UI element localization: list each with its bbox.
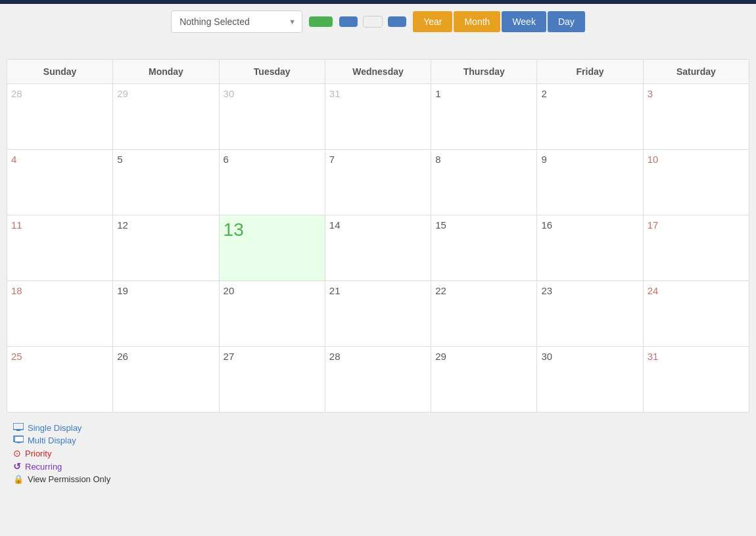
calendar-day-cell[interactable]: 30: [537, 347, 643, 413]
calendar-week-row: 25262728293031: [7, 347, 749, 413]
calendar-day-cell[interactable]: 30: [219, 84, 325, 150]
weekday-day-number: 8: [435, 154, 440, 165]
calendar-day-cell[interactable]: 4: [7, 150, 113, 215]
legend-item-multi: Multi Display: [13, 436, 743, 445]
out-of-month-number: 30: [224, 88, 235, 99]
multi-legend-label: Multi Display: [28, 436, 76, 445]
weekend-day-number: 10: [648, 154, 659, 165]
weekend-day-number: 3: [648, 88, 653, 99]
calendar-select[interactable]: Nothing Selected: [171, 11, 302, 33]
weekday-header: Friday: [537, 60, 643, 84]
view-day-button[interactable]: Day: [548, 11, 585, 32]
out-of-month-number: 28: [11, 88, 22, 99]
weekend-day-number: 17: [648, 219, 659, 231]
weekday-day-number: 19: [117, 285, 128, 296]
nav-buttons: [339, 16, 406, 28]
view-month-button[interactable]: Month: [454, 11, 500, 32]
single-legend-icon: [13, 423, 24, 433]
calendar-day-cell[interactable]: 19: [113, 281, 219, 347]
svg-rect-1: [16, 430, 20, 431]
recurring-legend-label: Recurring: [25, 462, 62, 472]
calendar-day-cell[interactable]: 6: [219, 150, 325, 215]
calendar-day-cell[interactable]: 25: [7, 347, 113, 413]
calendar-table: SundayMondayTuesdayWednesdayThursdayFrid…: [7, 59, 749, 413]
calendar-day-cell[interactable]: 1: [431, 84, 537, 150]
today-button[interactable]: [363, 16, 383, 28]
calendar-day-cell[interactable]: 7: [325, 150, 431, 215]
calendar-day-cell[interactable]: 21: [325, 281, 431, 347]
calendar-day-cell[interactable]: 16: [537, 215, 643, 281]
weekday-day-number: 5: [117, 154, 122, 165]
weekday-day-number: 23: [541, 285, 552, 296]
legend: Single DisplayMulti Display⊙Priority↺Rec…: [0, 413, 756, 495]
svg-rect-4: [14, 436, 24, 442]
weekend-day-number: 18: [11, 285, 22, 296]
priority-legend-icon: ⊙: [13, 448, 21, 458]
calendar-week-row: 11121314151617: [7, 215, 749, 281]
calendar-day-cell[interactable]: 24: [643, 281, 749, 347]
calendar-day-cell[interactable]: 12: [113, 215, 219, 281]
calendar-day-cell[interactable]: 28: [325, 347, 431, 413]
multi-legend-icon: [13, 436, 24, 445]
legend-item-priority: ⊙Priority: [13, 448, 743, 458]
calendar-select-wrapper: Nothing Selected: [171, 11, 302, 33]
weekend-day-number: 31: [648, 351, 659, 362]
calendar-day-cell[interactable]: 5: [113, 150, 219, 215]
calendar-day-cell[interactable]: 26: [113, 347, 219, 413]
weekday-header: Monday: [113, 60, 219, 84]
calendar-day-cell[interactable]: 17: [643, 215, 749, 281]
single-legend-label: Single Display: [28, 423, 82, 433]
view-week-button[interactable]: Week: [502, 11, 546, 32]
calendar-day-cell[interactable]: 23: [537, 281, 643, 347]
calendar-day-cell[interactable]: 20: [219, 281, 325, 347]
view-year-button[interactable]: Year: [413, 11, 452, 32]
calendar-week-row: 18192021222324: [7, 281, 749, 347]
legend-item-single: Single Display: [13, 423, 743, 433]
out-of-month-number: 31: [329, 88, 341, 99]
calendar-day-cell[interactable]: 29: [431, 347, 537, 413]
calendar-day-cell[interactable]: 31: [325, 84, 431, 150]
calendar-day-cell[interactable]: 31: [643, 347, 749, 413]
next-button[interactable]: [388, 16, 406, 27]
calendar-day-cell[interactable]: 14: [325, 215, 431, 281]
calendar-day-cell[interactable]: 9: [537, 150, 643, 215]
weekday-day-number: 27: [224, 351, 235, 362]
view-only-legend-label: View Permission Only: [28, 474, 110, 484]
calendar-day-cell[interactable]: 28: [7, 84, 113, 150]
calendar-day-cell[interactable]: 22: [431, 281, 537, 347]
weekday-header: Tuesday: [219, 60, 325, 84]
weekday-header: Saturday: [643, 60, 749, 84]
legend-item-recurring: ↺Recurring: [13, 461, 743, 472]
add-event-button[interactable]: [309, 16, 333, 27]
weekday-day-number: 7: [329, 154, 335, 165]
prev-button[interactable]: [339, 16, 358, 27]
calendar-day-cell[interactable]: 18: [7, 281, 113, 347]
weekend-day-number: 24: [648, 285, 659, 296]
weekend-day-number: 4: [11, 154, 16, 165]
calendar-day-cell[interactable]: 27: [219, 347, 325, 413]
weekday-header: Thursday: [431, 60, 537, 84]
calendar-day-cell[interactable]: 3: [643, 84, 749, 150]
calendar-day-cell[interactable]: 11: [7, 215, 113, 281]
today-number: 13: [224, 219, 244, 240]
weekday-day-number: 28: [329, 351, 341, 362]
legend-item-view-only: 🔒View Permission Only: [13, 474, 743, 484]
calendar-day-cell[interactable]: 2: [537, 84, 643, 150]
weekday-day-number: 15: [435, 219, 446, 231]
calendar-day-cell[interactable]: 10: [643, 150, 749, 215]
calendar-day-cell[interactable]: 13: [219, 215, 325, 281]
page-title: [0, 39, 756, 59]
calendar-day-cell[interactable]: 8: [431, 150, 537, 215]
weekday-day-number: 14: [329, 219, 341, 231]
weekday-day-number: 22: [435, 285, 446, 296]
weekday-day-number: 20: [224, 285, 235, 296]
weekday-day-number: 30: [541, 351, 552, 362]
calendar-week-row: 45678910: [7, 150, 749, 215]
weekday-day-number: 1: [435, 88, 440, 99]
recurring-legend-icon: ↺: [13, 461, 21, 472]
calendar-day-cell[interactable]: 29: [113, 84, 219, 150]
calendar-day-cell[interactable]: 15: [431, 215, 537, 281]
svg-rect-5: [17, 442, 20, 443]
weekday-header: Wednesday: [325, 60, 431, 84]
view-only-legend-icon: 🔒: [13, 474, 24, 484]
